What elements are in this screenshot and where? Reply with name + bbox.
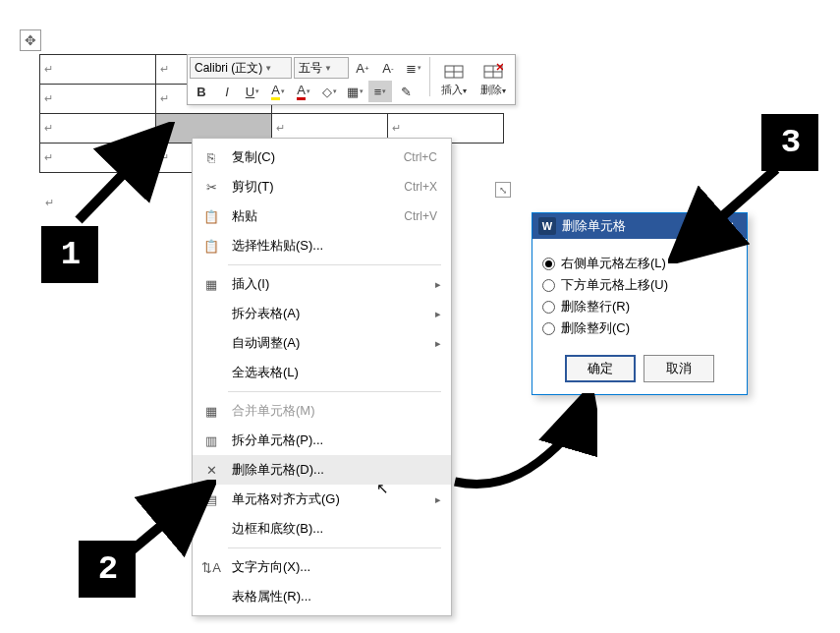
step-badge-1: 1 <box>41 226 98 283</box>
paragraph-mark: ↵ <box>45 197 54 209</box>
text-direction-icon: ⇅A <box>202 558 220 576</box>
grow-font-icon[interactable]: A+ <box>351 57 374 79</box>
delete-cell-icon: ✕ <box>202 461 220 479</box>
paste-icon: 📋 <box>202 207 220 225</box>
menu-text-direction[interactable]: ⇅A文字方向(X)... <box>193 552 451 582</box>
table-cell[interactable]: ↵ <box>40 85 156 114</box>
separator <box>228 264 441 265</box>
table-resize-handle[interactable]: ⤡ <box>495 182 511 198</box>
arrow-1 <box>69 122 177 230</box>
insert-menu[interactable]: 插入▾ <box>434 57 474 102</box>
table-cell[interactable]: ↵ <box>40 55 156 85</box>
step-badge-2: 2 <box>79 541 136 598</box>
menu-cell-alignment[interactable]: ▤单元格对齐方式(G) <box>193 485 451 514</box>
paste-special-icon: 📋 <box>202 237 220 255</box>
menu-insert[interactable]: ▦插入(I) <box>193 269 451 299</box>
menu-paste-special[interactable]: 📋选择性粘贴(S)... <box>193 231 451 260</box>
radio-icon <box>542 301 555 314</box>
menu-table-properties[interactable]: 表格属性(R)... <box>193 582 451 611</box>
menu-copy[interactable]: ⎘复制(C)Ctrl+C <box>193 143 451 172</box>
menu-split-cells[interactable]: ▥拆分单元格(P)... <box>193 426 451 455</box>
menu-cut[interactable]: ✂剪切(T)Ctrl+X <box>193 172 451 201</box>
delete-menu[interactable]: 删除▾ <box>474 57 513 102</box>
radio-delete-col[interactable]: 删除整列(C) <box>542 319 737 337</box>
bold-icon[interactable]: B <box>190 81 213 102</box>
ok-button[interactable]: 确定 <box>565 355 636 382</box>
menu-split-table[interactable]: 拆分表格(A) <box>193 299 451 328</box>
table-move-handle[interactable] <box>20 29 41 51</box>
menu-merge-cells: ▦合并单元格(M) <box>193 396 451 426</box>
shading-icon[interactable]: ◇▾ <box>317 81 341 102</box>
font-color-icon[interactable]: A▾ <box>292 81 315 102</box>
mini-toolbar: Calibri (正文)▼ 五号▼ A+ A- ≣▾ B I U▾ A▾ A▾ … <box>187 54 516 105</box>
highlight-icon[interactable]: A▾ <box>266 81 290 102</box>
separator <box>228 391 441 392</box>
menu-delete-cells[interactable]: ✕删除单元格(D)... <box>193 455 451 485</box>
line-spacing-icon[interactable]: ≣▾ <box>402 57 425 79</box>
arrow-3 <box>668 165 786 263</box>
border-icon[interactable]: ▦▾ <box>343 81 366 102</box>
shrink-font-icon[interactable]: A- <box>376 57 400 79</box>
arrow-2 <box>128 480 216 558</box>
merge-icon: ▦ <box>202 402 220 420</box>
mouse-cursor-icon: ↖ <box>376 480 389 497</box>
app-icon: W <box>538 217 556 235</box>
split-icon: ▥ <box>202 432 220 449</box>
grid-icon: ▦ <box>202 275 220 293</box>
svg-line-9 <box>79 134 162 220</box>
arrow-curve <box>450 393 597 501</box>
menu-borders-shading[interactable]: 边框和底纹(B)... <box>193 514 451 544</box>
separator <box>228 547 441 548</box>
radio-delete-row[interactable]: 删除整行(R) <box>542 298 737 316</box>
align-icon[interactable]: ≡▾ <box>368 81 392 102</box>
font-size-select[interactable]: 五号▼ <box>294 57 349 79</box>
dialog-title: 删除单元格 <box>562 217 626 235</box>
radio-shift-up[interactable]: 下方单元格上移(U) <box>542 276 737 294</box>
menu-select-all-table[interactable]: 全选表格(L) <box>193 358 451 387</box>
step-badge-3: 3 <box>761 114 818 171</box>
cancel-button[interactable]: 取消 <box>644 355 714 382</box>
svg-line-14 <box>680 169 776 254</box>
underline-icon[interactable]: U▾ <box>241 81 264 102</box>
radio-icon <box>542 322 555 335</box>
context-menu: ⎘复制(C)Ctrl+C ✂剪切(T)Ctrl+X 📋粘贴Ctrl+V 📋选择性… <box>192 138 452 616</box>
format-painter-icon[interactable]: ✎ <box>394 81 418 102</box>
italic-icon[interactable]: I <box>215 81 239 102</box>
svg-line-11 <box>132 489 204 550</box>
menu-auto-fit[interactable]: 自动调整(A) <box>193 328 451 358</box>
copy-icon: ⎘ <box>202 148 220 166</box>
radio-icon <box>542 258 555 270</box>
radio-icon <box>542 279 555 292</box>
menu-paste[interactable]: 📋粘贴Ctrl+V <box>193 201 451 231</box>
font-name-select[interactable]: Calibri (正文)▼ <box>190 57 292 79</box>
cut-icon: ✂ <box>202 178 220 196</box>
